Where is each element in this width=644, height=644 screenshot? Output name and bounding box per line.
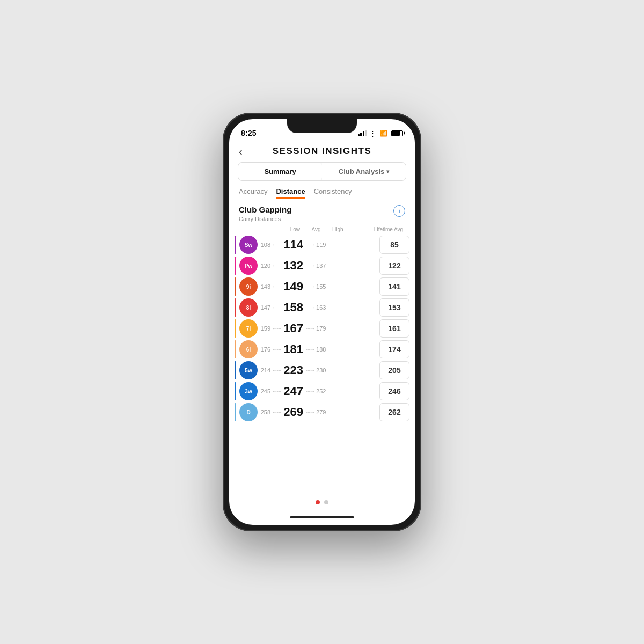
range-low: 147 xyxy=(258,304,270,311)
range-avg: 269 xyxy=(282,405,305,419)
pagination-dots xyxy=(229,496,415,510)
row-accent xyxy=(235,403,236,421)
row-accent xyxy=(235,382,236,400)
range-high: 279 xyxy=(316,409,329,415)
club-range: 143 ←····· 149 ·····→ 155 xyxy=(258,280,379,294)
pagination-dot-1 xyxy=(316,500,320,504)
home-bar xyxy=(290,516,354,518)
club-range: 258 ←····· 269 ·····→ 279 xyxy=(258,405,379,419)
range-high: 230 xyxy=(316,367,329,374)
list-item: Pw 120 ←····· 132 ·····→ 137 122 xyxy=(235,257,409,275)
section-title: Club Gapping xyxy=(239,205,291,215)
notch xyxy=(287,119,357,133)
range-dots-left: ←····· xyxy=(272,263,281,268)
club-badge: 3w xyxy=(239,382,258,400)
list-item: 8i 147 ←····· 158 ·····→ 163 153 xyxy=(235,298,409,317)
range-high: 155 xyxy=(316,283,329,290)
range-low: 120 xyxy=(258,262,270,269)
battery-icon xyxy=(391,130,403,136)
range-low: 214 xyxy=(258,367,270,374)
tab-club-analysis[interactable]: Club Analysis ▾ xyxy=(322,163,406,180)
sub-tab-bar: Accuracy Distance Consistency xyxy=(229,185,415,203)
lifetime-box: 85 xyxy=(379,236,409,254)
list-item: D 258 ←····· 269 ·····→ 279 262 xyxy=(235,403,409,421)
range-dots-left: ←····· xyxy=(272,409,281,415)
club-range: 245 ←····· 247 ·····→ 252 xyxy=(258,384,379,398)
lifetime-box: 246 xyxy=(379,382,409,400)
club-range: 108 ←····· 114 ·····→ 119 xyxy=(258,238,379,252)
range-high: 163 xyxy=(316,304,329,311)
section-header: Club Gapping Carry Distances i xyxy=(229,203,415,226)
lifetime-box: 122 xyxy=(379,257,409,275)
chevron-down-icon: ▾ xyxy=(386,169,389,174)
club-badge: 5w xyxy=(239,361,258,379)
range-avg: 158 xyxy=(282,301,305,314)
row-accent xyxy=(235,319,236,338)
range-dots-right: ·····→ xyxy=(306,242,315,247)
section-subtitle: Carry Distances xyxy=(239,216,291,222)
range-dots-right: ·····→ xyxy=(306,409,315,415)
list-item: 9i 143 ←····· 149 ·····→ 155 141 xyxy=(235,277,409,296)
row-accent xyxy=(235,340,236,358)
phone-frame: 8:25 ⋮ 📶 ‹ SESSION INSIGHTS xyxy=(223,113,421,531)
range-dots-right: ·····→ xyxy=(306,263,315,268)
range-low: 143 xyxy=(258,283,270,290)
range-dots-right: ·····→ xyxy=(306,368,315,373)
range-avg: 149 xyxy=(282,280,305,294)
range-dots-left: ←····· xyxy=(272,326,281,331)
lifetime-box: 153 xyxy=(379,298,409,317)
col-header-high: High xyxy=(332,226,372,232)
range-dots-right: ·····→ xyxy=(306,305,315,310)
row-accent xyxy=(235,277,236,296)
club-range: 120 ←····· 132 ·····→ 137 xyxy=(258,259,379,273)
list-item: 5w 214 ←····· 223 ·····→ 230 205 xyxy=(235,361,409,379)
info-button[interactable]: i xyxy=(393,205,405,217)
range-dots-right: ·····→ xyxy=(306,389,315,394)
page-title: SESSION INSIGHTS xyxy=(273,146,372,157)
range-avg: 167 xyxy=(282,321,305,335)
phone-screen: 8:25 ⋮ 📶 ‹ SESSION INSIGHTS xyxy=(229,119,415,525)
range-dots-right: ·····→ xyxy=(306,347,315,352)
range-dots-left: ←····· xyxy=(272,347,281,352)
clubs-list: Sw 108 ←····· 114 ·····→ 119 85 Pw 120 ←… xyxy=(229,236,415,496)
nav-header: ‹ SESSION INSIGHTS xyxy=(229,143,415,162)
col-header-low: Low xyxy=(260,226,300,232)
range-high: 252 xyxy=(316,388,329,394)
list-item: Sw 108 ←····· 114 ·····→ 119 85 xyxy=(235,236,409,254)
row-accent xyxy=(235,236,236,254)
sub-tab-distance[interactable]: Distance xyxy=(276,187,305,199)
range-low: 258 xyxy=(258,409,270,415)
list-item: 3w 245 ←····· 247 ·····→ 252 246 xyxy=(235,382,409,400)
range-low: 159 xyxy=(258,325,270,332)
range-avg: 247 xyxy=(282,384,305,398)
lifetime-box: 262 xyxy=(379,403,409,421)
range-avg: 181 xyxy=(282,342,305,356)
back-button[interactable]: ‹ xyxy=(239,146,243,157)
range-dots-left: ←····· xyxy=(272,242,281,247)
tab-summary[interactable]: Summary xyxy=(238,163,322,180)
col-header-lifetime: Lifetime Avg xyxy=(372,226,405,232)
row-accent xyxy=(235,361,236,379)
list-item: 7i 159 ←····· 167 ·····→ 179 161 xyxy=(235,319,409,338)
range-avg: 223 xyxy=(282,363,305,377)
club-range: 147 ←····· 158 ·····→ 163 xyxy=(258,301,379,314)
club-badge: Pw xyxy=(239,257,258,275)
status-time: 8:25 xyxy=(241,129,257,137)
range-low: 108 xyxy=(258,241,270,248)
pagination-dot-2 xyxy=(324,500,328,504)
range-dots-left: ←····· xyxy=(272,284,281,289)
club-badge: Sw xyxy=(239,236,258,254)
lifetime-box: 141 xyxy=(379,277,409,296)
wifi-icon2: 📶 xyxy=(380,130,387,137)
sub-tab-consistency[interactable]: Consistency xyxy=(314,187,352,199)
club-range: 159 ←····· 167 ·····→ 179 xyxy=(258,321,379,335)
range-dots-left: ←····· xyxy=(272,305,281,310)
sub-tab-accuracy[interactable]: Accuracy xyxy=(239,187,267,199)
range-dots-right: ·····→ xyxy=(306,284,315,289)
tab-bar: Summary Club Analysis ▾ xyxy=(238,162,406,181)
range-high: 188 xyxy=(316,346,329,353)
range-dots-left: ←····· xyxy=(272,368,281,373)
range-high: 137 xyxy=(316,262,329,269)
home-indicator xyxy=(229,510,415,525)
club-range: 214 ←····· 223 ·····→ 230 xyxy=(258,363,379,377)
